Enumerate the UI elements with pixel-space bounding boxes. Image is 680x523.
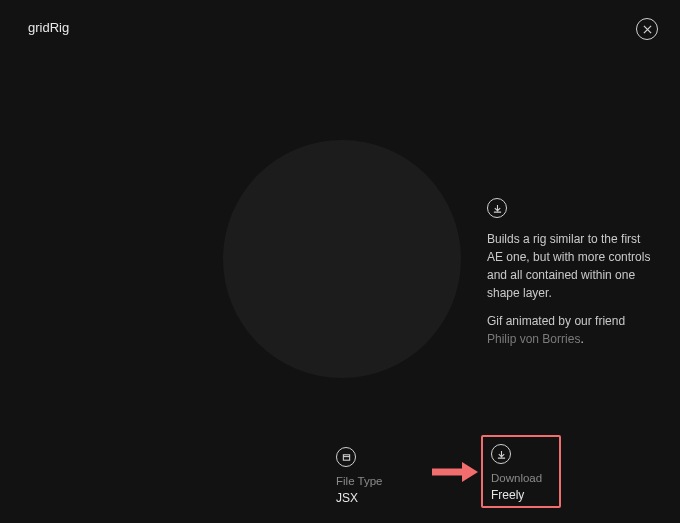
description-text: Builds a rig similar to the first AE one… [487, 230, 652, 302]
file-type-label: File Type [336, 475, 451, 487]
download-button[interactable]: Download Freely [485, 438, 559, 505]
credit-link[interactable]: Philip von Borries [487, 332, 580, 346]
download-icon [487, 198, 507, 218]
preview-art [223, 140, 461, 378]
download-icon [491, 444, 511, 464]
description-block: Builds a rig similar to the first AE one… [487, 198, 652, 358]
download-label: Download [491, 472, 553, 484]
file-type-value: JSX [336, 491, 451, 505]
file-type-block: File Type JSX [336, 447, 451, 505]
file-type-icon [336, 447, 356, 467]
svg-rect-0 [343, 454, 349, 459]
credit-text: Gif animated by our friend Philip von Bo… [487, 312, 652, 348]
close-icon [643, 25, 652, 34]
download-value: Freely [491, 488, 553, 502]
page-title: gridRig [28, 20, 69, 35]
close-button[interactable] [636, 18, 658, 40]
